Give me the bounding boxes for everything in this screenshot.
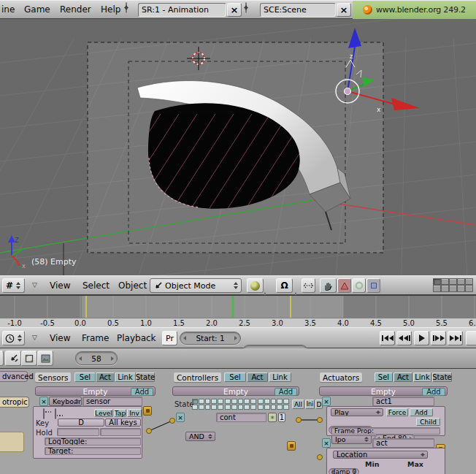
state-toggle[interactable] — [283, 405, 289, 410]
state-toggle[interactable] — [264, 399, 270, 404]
state-toggle[interactable] — [238, 399, 244, 404]
sensor-collapse-button[interactable] — [143, 406, 152, 416]
menu-timeline[interactable]: ine — [1, 4, 15, 15]
sensor-name-field[interactable]: sensor — [82, 397, 142, 406]
actuators-filter-sel[interactable]: Sel — [375, 372, 393, 382]
next-keyframe-button[interactable] — [431, 331, 446, 345]
state-toggle[interactable] — [225, 399, 231, 404]
level-button[interactable]: Level — [94, 409, 113, 417]
tab-partial[interactable] — [0, 432, 24, 452]
sensor-type-dropdown[interactable]: Keyboard — [49, 397, 82, 406]
tap-button[interactable]: Tap — [114, 409, 126, 417]
actuators-filter-state[interactable]: State — [432, 372, 452, 382]
menu-playback[interactable]: Playback — [117, 333, 156, 343]
add-controller-button[interactable]: Add — [275, 388, 297, 396]
extra-playback-button[interactable] — [466, 331, 476, 345]
state-toggle[interactable] — [283, 399, 289, 404]
constraint-name-field[interactable]: act — [372, 438, 434, 448]
tab-anisotropic[interactable]: otropic — [0, 397, 29, 408]
mode-dropdown[interactable]: Object Mode — [150, 278, 242, 293]
ipo-delete-button[interactable]: × — [322, 397, 331, 406]
controller-state-button[interactable]: ∗ — [268, 413, 277, 422]
ipo-name-field[interactable]: act1 — [372, 397, 434, 406]
ipo-child-button[interactable]: Child — [416, 418, 440, 426]
state-toggle[interactable] — [277, 405, 283, 410]
inv-button[interactable]: Inv — [127, 409, 142, 417]
actuators-filter-link[interactable]: Link — [413, 372, 431, 382]
scale-manipulator-button[interactable] — [366, 278, 380, 293]
sensors-filter-link[interactable]: Link — [115, 372, 136, 382]
logic-context-button[interactable] — [5, 351, 21, 366]
layer-toggle[interactable] — [449, 285, 457, 292]
scene-browse-button[interactable] — [245, 2, 247, 13]
start-frame-field[interactable]: Start: 1 — [180, 332, 241, 345]
state-toggle[interactable] — [211, 399, 217, 404]
state-toggle[interactable] — [244, 399, 250, 404]
screen-close-button[interactable]: × — [227, 3, 242, 17]
state-toggle[interactable] — [199, 399, 204, 404]
menu-object[interactable]: Object — [118, 280, 147, 291]
scene-close-button[interactable]: × — [337, 3, 351, 17]
log-toggle-field[interactable]: LogToggle: — [45, 437, 141, 446]
constraint-damp-field[interactable]: damp 0 — [329, 468, 359, 474]
ipo-force-button[interactable]: Force — [386, 408, 408, 416]
buttons-editor-button[interactable] — [0, 351, 4, 366]
menu-view[interactable]: View — [50, 333, 70, 343]
manipulator-toggle-button[interactable] — [320, 278, 337, 293]
pulse-false-button[interactable] — [55, 408, 56, 419]
state-toggle[interactable] — [238, 405, 244, 410]
state-toggle[interactable] — [244, 405, 250, 410]
state-all-button[interactable]: All — [292, 400, 304, 409]
menu-frame[interactable]: Frame — [82, 333, 109, 343]
state-toggle[interactable] — [250, 405, 256, 410]
state-toggle[interactable] — [218, 405, 223, 410]
manipulator-mode-button[interactable] — [302, 278, 315, 293]
controller-state-number[interactable]: 1 — [278, 413, 285, 422]
sensor-delete-button[interactable]: × — [39, 397, 48, 406]
state-toggle[interactable] — [225, 405, 231, 410]
constraint-delete-button[interactable]: × — [322, 438, 331, 448]
layer-toggle[interactable] — [433, 285, 441, 292]
layer-toggle[interactable] — [441, 285, 449, 292]
controller-delete-button[interactable]: × — [176, 413, 185, 422]
hold-field-2[interactable] — [100, 428, 141, 436]
state-toggle[interactable] — [231, 405, 237, 410]
ipo-play-mode-dropdown[interactable]: Play — [331, 408, 383, 416]
state-toggle[interactable] — [258, 399, 264, 404]
translate-manipulator-button[interactable] — [337, 278, 351, 293]
layer-toggle[interactable] — [441, 278, 449, 285]
constraint-link-dot[interactable] — [318, 455, 323, 460]
menu-render[interactable]: Render — [60, 4, 91, 15]
collapse-menus-icon[interactable]: ▽ — [32, 334, 37, 341]
controller-collapse-button[interactable] — [287, 441, 296, 451]
menu-select[interactable]: Select — [82, 280, 110, 291]
add-actuator-button[interactable]: Add — [422, 388, 445, 396]
sensors-filter-state[interactable]: State — [136, 372, 155, 382]
key-binding-button[interactable]: D — [58, 418, 104, 427]
layer-toggle[interactable] — [457, 285, 465, 292]
controller-name-field[interactable]: cont — [216, 413, 266, 422]
draw-mode-button[interactable] — [247, 278, 264, 293]
controllers-filter-link[interactable]: Link — [269, 372, 291, 382]
tab-advanced[interactable]: dvanced — [0, 371, 28, 382]
ipo-link-dot[interactable] — [318, 418, 323, 423]
state-toggle[interactable] — [205, 405, 211, 410]
screen-browse-button[interactable] — [126, 2, 127, 13]
state-toggle[interactable] — [250, 399, 256, 404]
state-toggle[interactable] — [205, 399, 211, 404]
hold-field-1[interactable] — [57, 428, 99, 436]
jump-to-start-button[interactable] — [380, 331, 395, 345]
collapse-menus-icon[interactable]: ▽ — [32, 281, 37, 288]
state-ini-button[interactable]: Ini — [305, 400, 315, 409]
ipo-frame-prop-field[interactable]: Frame Prop: — [331, 427, 440, 435]
state-toggle[interactable] — [211, 405, 217, 410]
preview-range-button[interactable]: Pr — [162, 331, 177, 345]
state-toggle[interactable] — [271, 405, 277, 410]
jump-to-end-button[interactable] — [448, 331, 463, 345]
viewport-3d[interactable]: z x Z x (58) Empty — [0, 19, 476, 275]
controller-out-dot[interactable] — [296, 418, 302, 423]
timeline-band[interactable]: -1.0-0.50.00.51.01.52.02.53.03.54.04.55.… — [0, 295, 476, 327]
shading-context-button[interactable] — [37, 351, 53, 366]
state-toggle[interactable] — [264, 405, 270, 410]
add-sensor-button[interactable]: Add — [131, 388, 153, 396]
